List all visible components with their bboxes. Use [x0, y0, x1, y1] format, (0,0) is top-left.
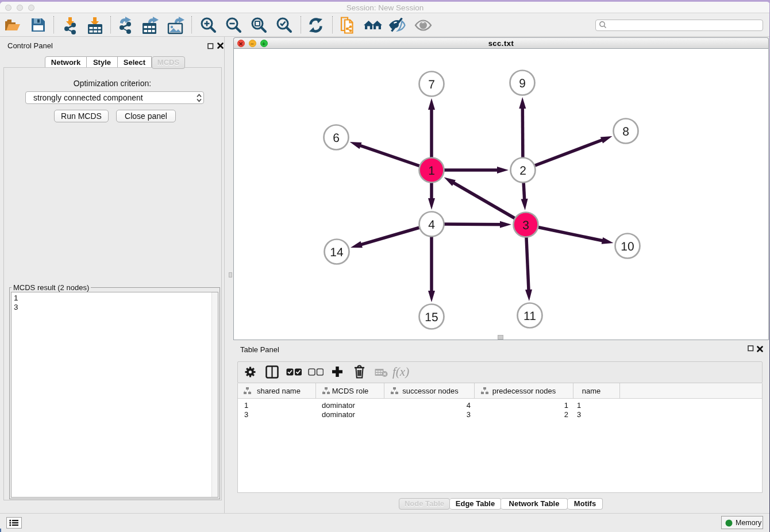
svg-text:2: 2 — [519, 164, 526, 178]
svg-text:9: 9 — [519, 77, 526, 90]
svg-text:8: 8 — [622, 125, 629, 138]
svg-text:7: 7 — [428, 78, 435, 91]
svg-text:6: 6 — [333, 132, 340, 145]
svg-text:3: 3 — [522, 219, 529, 232]
svg-text:11: 11 — [523, 310, 536, 323]
svg-text:4: 4 — [428, 218, 435, 232]
svg-text:15: 15 — [425, 311, 438, 324]
svg-text:1: 1 — [428, 164, 435, 178]
svg-text:14: 14 — [330, 246, 344, 259]
svg-text:10: 10 — [621, 240, 634, 253]
